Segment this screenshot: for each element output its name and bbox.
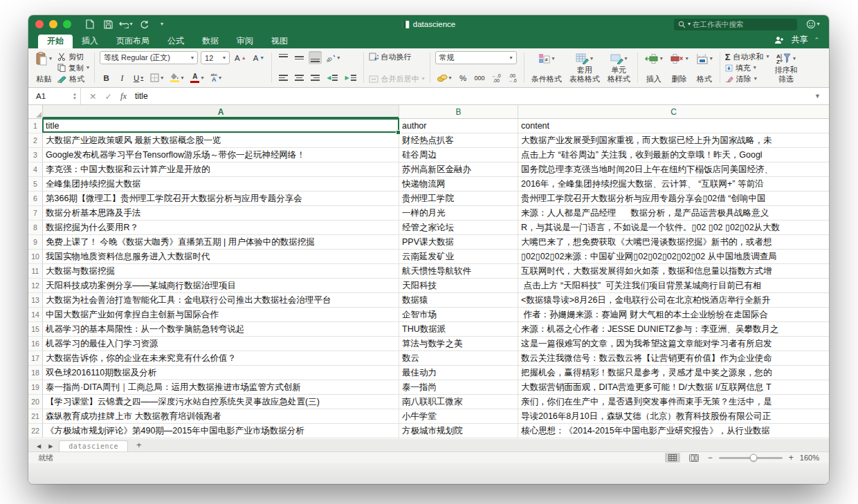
row-number[interactable]: 10 — [28, 250, 43, 264]
row-number[interactable]: 14 — [28, 308, 43, 322]
number-format-select[interactable]: 常规 ▾ — [435, 51, 517, 64]
row-number[interactable]: 16 — [28, 337, 43, 351]
formula-bar-expand-chevron-icon[interactable]: ▼ — [814, 93, 829, 100]
row-number[interactable]: 6 — [28, 192, 43, 206]
cell-a[interactable]: 天阳科技成功案例分享——某城商行数据治理项目 — [43, 279, 399, 293]
tab-home[interactable]: 开始 — [38, 35, 73, 48]
wrap-text-button[interactable]: 自动换行 — [369, 51, 425, 62]
cell-a[interactable]: 免费上课了！ 今晚《数据大咖秀》直播第五期 | 用户体验中的数据挖掘 — [43, 235, 399, 250]
formula-input[interactable]: title — [135, 91, 148, 101]
cell-c[interactable]: 大数据营销面面观，DITA营造更多可能！D/大数据 I/互联网信息 T — [518, 380, 829, 395]
row-number[interactable]: 1 — [28, 119, 43, 133]
increase-indent-button[interactable]: ▶ — [343, 71, 358, 84]
cell-c[interactable]: R，与其说是一门语言，不如说是一个软件。▯02 ▯02 ▯02▯02从大数 — [518, 221, 829, 235]
row-number[interactable]: 18 — [28, 366, 43, 380]
zoom-slider[interactable] — [719, 457, 783, 459]
enter-icon[interactable]: ✓ — [104, 91, 111, 102]
cell-a[interactable]: 大数据告诉你，你的企业在未来究竟有什么价值？ — [43, 351, 399, 366]
row-number[interactable]: 8 — [28, 221, 43, 235]
cell-a[interactable]: 机器学习的最佳入门学习资源 — [43, 337, 399, 351]
cell-b[interactable]: 数据猿 — [399, 293, 518, 308]
save-button[interactable] — [99, 17, 117, 31]
row-number[interactable]: 4 — [28, 162, 43, 177]
cell-b[interactable]: 贵州理工学院 — [399, 192, 518, 206]
tab-review[interactable]: 审阅 — [228, 35, 262, 48]
format-painter-button[interactable]: 格式 — [57, 73, 89, 84]
cell-b[interactable]: 硅谷周边 — [399, 148, 518, 162]
share-button[interactable]: 共享 — [791, 34, 807, 46]
zoom-slider-thumb[interactable] — [750, 454, 758, 462]
minimize-window-button[interactable] — [49, 20, 57, 28]
zoom-window-button[interactable] — [63, 20, 71, 28]
name-box[interactable]: A1 ▲▼ — [28, 88, 81, 104]
cell-a[interactable]: 【学习课堂】云锦囊之四——深度污水站自控系统失灵事故应急处置(三) — [43, 395, 399, 409]
close-window-button[interactable] — [35, 20, 44, 28]
new-workbook-button[interactable] — [81, 17, 99, 31]
conditional-formatting-button[interactable]: ≠▾ 条件格式 — [529, 51, 564, 84]
cell-a[interactable]: 《方极城市规划评论》第490期—2015年中国电影产业市场数据分析 — [43, 424, 399, 438]
cell-c[interactable]: 大嘴巴来了，想免费获取《大嘴巴漫谈数据挖掘》新书的，或者想 — [518, 235, 829, 250]
cell-c[interactable]: 大数据产业发展受到国家重视，而大数据已经上升为国家战略，未 — [518, 133, 829, 148]
column-header-b[interactable]: B — [399, 105, 518, 118]
previous-sheet-arrow-icon[interactable]: ◀ — [35, 443, 42, 451]
zoom-in-button[interactable]: + — [789, 454, 794, 462]
cell-c[interactable]: 来源：机器之心作者：JESSE DUNIETZ参与：李亚洲、吴攀数月之 — [518, 322, 829, 337]
zoom-level[interactable]: 160% — [800, 454, 819, 462]
cell-c[interactable]: 点击上方 “硅谷周边” 关注我，收到最新的文章哦！昨天，Googl — [518, 148, 829, 162]
row-number[interactable]: 13 — [28, 293, 43, 308]
cell-b[interactable]: 企智市场 — [399, 308, 518, 322]
cell-a[interactable]: 机器学习的基本局限性：从一个数学脑筋急转弯说起 — [43, 322, 399, 337]
cell-a[interactable]: 李克强：中国大数据和云计算产业是开放的 — [43, 162, 399, 177]
clear-button[interactable]: 清除 ▾ — [725, 73, 769, 84]
cell-b[interactable]: 最佳动力 — [399, 366, 518, 380]
cell-b[interactable]: 航天惯性导航软件 — [399, 264, 518, 279]
row-number[interactable]: 20 — [28, 395, 43, 409]
row-number[interactable]: 11 — [28, 264, 43, 279]
cell-a[interactable]: 双色球2016110期数据及分析 — [43, 366, 399, 380]
orientation-button[interactable]: ab ▾ — [325, 51, 342, 64]
phonetic-guide-button[interactable]: abcA ▾ — [208, 71, 223, 84]
autosum-button[interactable]: Σ 自动求和 ▾ — [725, 51, 769, 62]
cell-b[interactable]: 一样的月光 — [399, 206, 518, 221]
cell-styles-button[interactable]: ▾ 单元格样式 — [605, 51, 632, 84]
cell-a[interactable]: 森纵教育成功挂牌上市 大数据教育培训领跑者 — [43, 409, 399, 424]
row-number[interactable]: 3 — [28, 148, 43, 162]
comma-style-button[interactable]: 000 — [473, 71, 487, 84]
decrease-decimal-button[interactable]: .00→.0 — [506, 71, 519, 84]
row-number[interactable]: 9 — [28, 235, 43, 250]
add-sheet-button[interactable]: + — [133, 440, 145, 451]
fill-color-button[interactable]: ▾ — [168, 71, 185, 84]
select-all-corner[interactable] — [28, 105, 43, 118]
cell-c[interactable]: content — [518, 119, 829, 133]
customize-toolbar-button[interactable]: ▾ — [153, 17, 171, 31]
align-top-button[interactable] — [277, 51, 290, 64]
cell-c[interactable]: 国务院总理李克强当地时间20日上午在纽约下榻饭店同美国经济、 — [518, 162, 829, 177]
cell-a[interactable]: 泰一指尚·DITA周刊｜工商总局：运用大数据推进市场监管方式创新 — [43, 380, 399, 395]
search-input[interactable] — [693, 20, 783, 28]
cell-c[interactable]: 核心思想：《2014-2015年中国电影产业研究报告》，从行业数据 — [518, 424, 829, 438]
cell-c[interactable]: 2016年，全峰集团持续挖掘大数据、云计算、 “互联网+” 等前沿 — [518, 177, 829, 192]
column-header-c[interactable]: C — [518, 105, 829, 118]
cell-c[interactable]: 来源：人人都是产品经理 数据分析，是产品运营极具战略意义 — [518, 206, 829, 221]
cell-b[interactable]: 小牛学堂 — [399, 409, 518, 424]
tab-insert[interactable]: 插入 — [73, 35, 107, 48]
cancel-icon[interactable]: ✕ — [89, 91, 96, 102]
insert-function-icon[interactable]: fx — [120, 91, 127, 102]
collapse-ribbon-chevron-icon[interactable]: ⌃ — [814, 37, 819, 44]
bold-button[interactable]: B — [100, 71, 113, 84]
cell-a[interactable]: 全峰集团持续挖掘大数据 — [43, 177, 399, 192]
align-bottom-button[interactable] — [309, 51, 322, 64]
percent-style-button[interactable]: % — [457, 71, 470, 84]
cell-a[interactable]: 我国实物地质资料信息服务进入大数据时代 — [43, 250, 399, 264]
cell-b[interactable]: 苏州高新区金融办 — [399, 162, 518, 177]
increase-font-size-button[interactable]: A▲ — [232, 51, 248, 64]
delete-cells-button[interactable]: ▾ 删除 — [668, 51, 691, 84]
undo-button[interactable]: ▾ — [117, 17, 135, 31]
insert-cells-button[interactable]: ▾ 插入 — [643, 51, 665, 84]
cell-a[interactable]: 中国大数据产业如何拿捏自主创新与国际合作 — [43, 308, 399, 322]
cell-b[interactable]: author — [399, 119, 518, 133]
font-name-select[interactable]: 等线 Regular (正文) ▾ — [100, 51, 198, 64]
cell-b[interactable]: 算法与数学之美 — [399, 337, 518, 351]
cell-b[interactable]: 泰一指尚 — [399, 380, 518, 395]
cell-c[interactable]: ▯02▯02▯02来源：中国矿业网▯02▯02▯02▯02▯02 从中国地质调查… — [518, 250, 829, 264]
